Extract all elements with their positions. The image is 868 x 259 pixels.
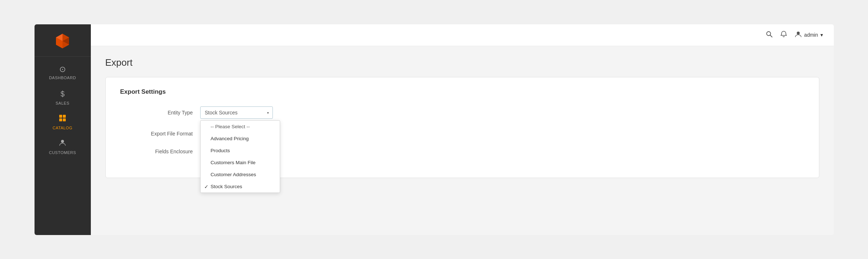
topbar: admin ▾ bbox=[91, 24, 834, 46]
dropdown-option-stock-sources[interactable]: Stock Sources bbox=[201, 181, 280, 193]
svg-rect-7 bbox=[59, 115, 62, 118]
admin-dropdown-arrow: ▾ bbox=[820, 32, 823, 38]
entity-type-dropdown: -- Please Select -- Advanced Pricing Pro… bbox=[200, 120, 280, 193]
magento-logo bbox=[54, 32, 71, 50]
entity-type-control: Stock Sources ▾ -- Please Select -- bbox=[200, 106, 273, 119]
sidebar: ⊙ DASHBOARD ＄ SALES bbox=[35, 24, 91, 235]
sidebar-item-label: SALES bbox=[56, 101, 69, 105]
logo-container bbox=[35, 24, 91, 57]
entity-type-select[interactable]: Stock Sources ▾ bbox=[200, 106, 273, 119]
dropdown-option-customers-main[interactable]: Customers Main File bbox=[201, 157, 280, 169]
sales-icon: ＄ bbox=[58, 89, 67, 100]
dropdown-option-advanced-pricing[interactable]: Advanced Pricing bbox=[201, 133, 280, 145]
sidebar-nav: ⊙ DASHBOARD ＄ SALES bbox=[35, 60, 91, 158]
entity-type-row: Entity Type Stock Sources ▾ bbox=[120, 106, 804, 119]
admin-username: admin bbox=[804, 32, 818, 38]
svg-point-11 bbox=[61, 140, 64, 143]
sidebar-item-label: CATALOG bbox=[53, 126, 72, 130]
search-icon[interactable] bbox=[766, 31, 773, 40]
notification-icon[interactable] bbox=[780, 31, 787, 40]
page-title: Export bbox=[105, 57, 819, 68]
customers-icon bbox=[58, 139, 66, 149]
export-format-label: Export File Format bbox=[120, 131, 200, 137]
sidebar-item-label: DASHBOARD bbox=[49, 76, 76, 80]
sidebar-item-dashboard[interactable]: ⊙ DASHBOARD bbox=[35, 60, 91, 84]
entity-type-label: Entity Type bbox=[120, 110, 200, 116]
svg-point-14 bbox=[797, 32, 800, 35]
sidebar-item-catalog[interactable]: CATALOG bbox=[35, 109, 91, 134]
svg-line-13 bbox=[770, 35, 772, 37]
page-body: Export Export Settings Entity Type Stock… bbox=[91, 46, 834, 235]
dashboard-icon: ⊙ bbox=[59, 65, 66, 74]
select-arrow-icon: ▾ bbox=[267, 110, 269, 114]
admin-user-menu[interactable]: admin ▾ bbox=[795, 31, 823, 40]
svg-rect-9 bbox=[59, 118, 62, 121]
topbar-actions: admin ▾ bbox=[766, 31, 823, 40]
entity-type-select-wrapper: Stock Sources ▾ -- Please Select -- bbox=[200, 106, 273, 119]
entity-type-selected-value: Stock Sources bbox=[205, 110, 238, 116]
sidebar-item-customers[interactable]: CUSTOMERS bbox=[35, 134, 91, 158]
dropdown-option-customer-addresses[interactable]: Customer Addresses bbox=[201, 169, 280, 181]
svg-rect-10 bbox=[63, 118, 66, 121]
fields-enclosure-label: Fields Enclosure bbox=[120, 149, 200, 154]
dropdown-option-please-select[interactable]: -- Please Select -- bbox=[201, 121, 280, 133]
catalog-icon bbox=[58, 114, 66, 124]
svg-rect-8 bbox=[63, 115, 66, 118]
sidebar-item-sales[interactable]: ＄ SALES bbox=[35, 84, 91, 109]
sidebar-item-label: CUSTOMERS bbox=[49, 150, 76, 155]
card-title: Export Settings bbox=[120, 88, 804, 96]
export-settings-card: Export Settings Entity Type Stock Source… bbox=[105, 77, 819, 178]
dropdown-option-products[interactable]: Products bbox=[201, 145, 280, 157]
admin-avatar-icon bbox=[795, 31, 802, 40]
main-content: admin ▾ Export Export Settings Entity Ty… bbox=[91, 24, 834, 235]
